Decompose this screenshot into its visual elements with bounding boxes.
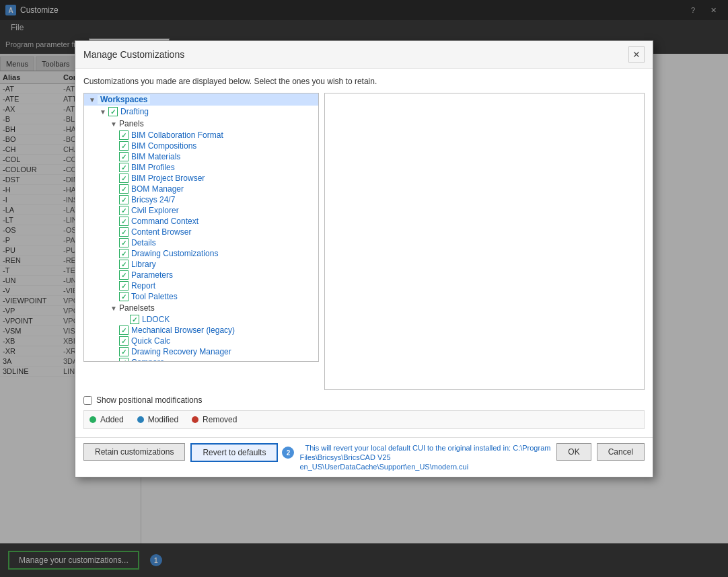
tree-item-details[interactable]: Details [84,237,318,248]
modal-close-btn[interactable]: ✕ [628,46,645,63]
removed-label: Removed [203,415,237,424]
tool-palettes-label: Tool Palettes [131,292,178,301]
legend-removed: Removed [192,415,237,424]
tree-drafting[interactable]: ▼ Drafting [84,106,318,118]
show-positional-label[interactable]: Show positional modifications [96,395,202,405]
expand-workspaces-icon[interactable]: ▼ [87,94,98,105]
ok-btn[interactable]: OK [556,443,591,461]
added-dot [89,416,96,423]
bim-comp-label: BIM Compositions [131,141,196,151]
compare-checkbox[interactable] [119,358,129,362]
modal-overlay: Manage Customizations ✕ Customizations y… [0,0,728,577]
bim-prof-label: BIM Profiles [131,163,175,172]
tree-item-bim-mat[interactable]: BIM Materials [84,151,318,162]
bricsys-label: Bricsys 24/7 [131,195,175,204]
panels-label: Panels [119,119,144,128]
tree-panelsets[interactable]: ▼ Panelsets [84,302,318,314]
content-browser-label: Content Browser [131,227,191,237]
tree-item-bim-collab[interactable]: BIM Collaboration Format [84,130,318,141]
tree-item-compare[interactable]: Compare [84,357,318,362]
added-label: Added [100,415,124,424]
quick-calc-label: Quick Calc [131,336,170,346]
bom-label: BOM Manager [131,184,184,194]
tree-item-report[interactable]: Report [84,280,318,291]
parameters-checkbox[interactable] [119,270,129,280]
workspaces-label: Workspaces [98,95,150,104]
bim-prof-checkbox[interactable] [119,163,129,172]
civil-checkbox[interactable] [119,206,129,215]
customizations-tree[interactable]: ▼ Workspaces ▼ Drafting ▼ Panels [83,93,319,362]
legend-modified: Modified [137,415,178,424]
tree-item-content-browser[interactable]: Content Browser [84,227,318,237]
modified-label: Modified [148,415,178,424]
removed-dot [192,416,198,423]
compare-label: Compare [131,358,164,362]
mech-browser-label: Mechanical Browser (legacy) [131,325,235,335]
library-checkbox[interactable] [119,260,129,269]
tree-item-quick-calc[interactable]: Quick Calc [84,336,318,346]
report-checkbox[interactable] [119,281,129,291]
cancel-btn[interactable]: Cancel [597,443,645,461]
tool-palettes-checkbox[interactable] [119,292,129,301]
bom-checkbox[interactable] [119,184,129,194]
tree-item-cmd-ctx[interactable]: Command Context [84,216,318,227]
tree-item-bom[interactable]: BOM Manager [84,184,318,194]
parameters-label: Parameters [131,270,173,280]
tree-item-civil[interactable]: Civil Explorer [84,205,318,216]
detail-panel [324,93,645,390]
tree-workspaces[interactable]: ▼ Workspaces [84,93,318,106]
tree-panels[interactable]: ▼ Panels [84,118,318,130]
tree-item-bim-project[interactable]: BIM Project Browser [84,173,318,184]
tree-item-library[interactable]: Library [84,259,318,270]
show-positional-checkbox[interactable] [83,396,92,405]
tree-item-ldock[interactable]: LDOCK [84,314,318,325]
library-label: Library [131,260,156,269]
show-positional-row: Show positional modifications [83,395,645,405]
modal-title: Manage Customizations [83,49,184,60]
civil-label: Civil Explorer [131,206,179,215]
manage-customizations-modal: Manage Customizations ✕ Customizations y… [75,40,653,477]
legend: Added Modified Removed [83,410,645,429]
drawing-recovery-checkbox[interactable] [119,347,129,356]
details-label: Details [131,238,156,247]
modal-footer: Retain customizations Revert to defaults… [75,437,653,477]
tree-item-drawing-recovery[interactable]: Drawing Recovery Manager [84,346,318,357]
cmd-ctx-checkbox[interactable] [119,217,129,226]
legend-added: Added [89,415,124,424]
drawing-cust-checkbox[interactable] [119,249,129,258]
modal-content: ▼ Workspaces ▼ Drafting ▼ Panels [83,93,645,390]
modal-body: Customizations you made are displayed be… [75,69,653,437]
tree-item-bricsys[interactable]: Bricsys 24/7 [84,194,318,205]
bim-project-checkbox[interactable] [119,174,129,183]
ldock-checkbox[interactable] [130,315,139,324]
mech-browser-checkbox[interactable] [119,325,129,335]
tree-item-mech-browser[interactable]: Mechanical Browser (legacy) [84,325,318,336]
tree-item-parameters[interactable]: Parameters [84,270,318,280]
bim-collab-checkbox[interactable] [119,130,129,140]
bim-comp-checkbox[interactable] [119,141,129,151]
revert-badge: 2 [282,447,294,459]
retain-btn[interactable]: Retain customizations [83,443,185,461]
tree-item-drawing-cust[interactable]: Drawing Customizations [84,248,318,259]
revert-btn[interactable]: Revert to defaults [190,443,278,462]
bim-mat-checkbox[interactable] [119,152,129,161]
report-label: Report [131,281,155,291]
tree-item-bim-prof[interactable]: BIM Profiles [84,162,318,173]
ldock-label: LDOCK [142,315,170,324]
bim-project-label: BIM Project Browser [131,174,205,183]
tree-item-bim-comp[interactable]: BIM Compositions [84,141,318,151]
expand-panelsets-icon[interactable]: ▼ [108,303,119,313]
revert-info-text: This will revert your local default CUI … [299,444,550,471]
expand-panels-icon[interactable]: ▼ [108,118,119,129]
tree-item-tool-palettes[interactable]: Tool Palettes [84,291,318,302]
drafting-checkbox[interactable] [108,107,118,116]
details-checkbox[interactable] [119,238,129,247]
content-browser-checkbox[interactable] [119,227,129,237]
modal-title-bar: Manage Customizations ✕ [75,41,653,69]
panelsets-label: Panelsets [119,303,155,313]
cmd-ctx-label: Command Context [131,217,198,226]
bricsys-checkbox[interactable] [119,195,129,204]
expand-drafting-icon[interactable]: ▼ [98,106,108,117]
quick-calc-checkbox[interactable] [119,336,129,346]
bim-mat-label: BIM Materials [131,152,180,161]
